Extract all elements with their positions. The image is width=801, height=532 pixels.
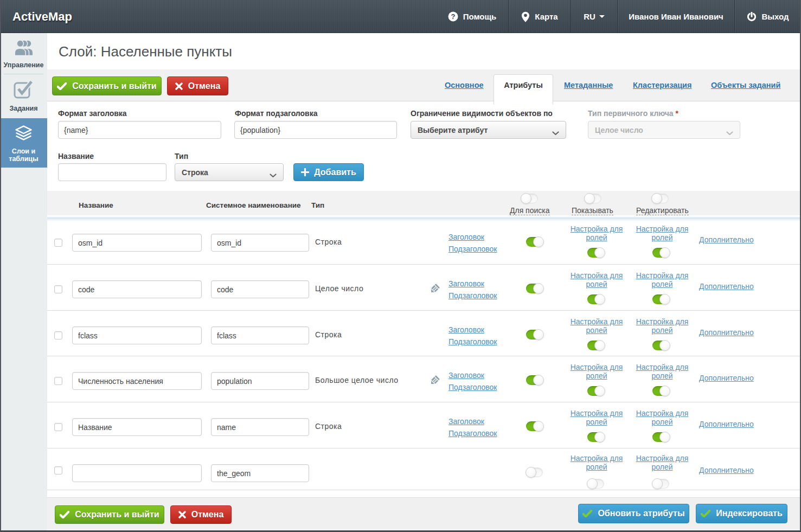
svg-text:?: ? (451, 12, 455, 21)
